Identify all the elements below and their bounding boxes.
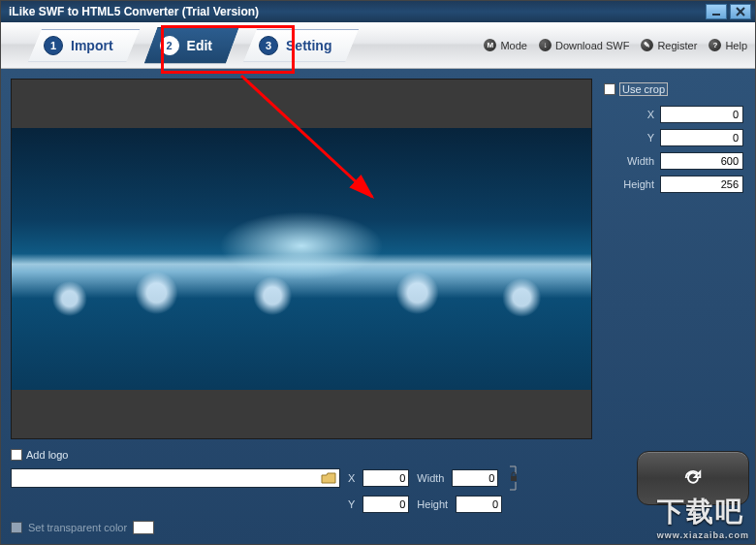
tab-setting[interactable]: 3 Setting bbox=[243, 29, 359, 62]
content-area: Use crop X Y Width Height bbox=[1, 69, 755, 544]
close-button[interactable] bbox=[730, 4, 751, 19]
tab-number-icon: 1 bbox=[44, 36, 63, 55]
action-button[interactable] bbox=[637, 451, 749, 505]
toolbar: 1 Import 2 Edit 3 Setting M Mode ↓ Downl… bbox=[1, 22, 755, 69]
crop-height-input[interactable] bbox=[660, 176, 743, 193]
logo-height-input[interactable] bbox=[456, 496, 502, 513]
tab-label: Edit bbox=[187, 38, 212, 53]
logo-path-input[interactable] bbox=[11, 468, 340, 488]
crop-y-input[interactable] bbox=[660, 129, 743, 146]
logo-height-label: Height bbox=[417, 498, 448, 510]
help-label: Help bbox=[725, 40, 747, 51]
tab-number-icon: 2 bbox=[160, 36, 179, 55]
add-logo-checkbox[interactable] bbox=[11, 449, 22, 461]
minimize-button[interactable] bbox=[706, 4, 727, 19]
mode-label: Mode bbox=[500, 40, 527, 51]
logo-width-label: Width bbox=[417, 472, 444, 484]
help-link[interactable]: ? Help bbox=[709, 39, 747, 51]
transparent-color-swatch[interactable] bbox=[133, 521, 154, 534]
logo-x-input[interactable] bbox=[362, 469, 409, 487]
crop-x-input[interactable] bbox=[660, 106, 743, 123]
logo-width-input[interactable] bbox=[452, 469, 498, 487]
toolbar-links: M Mode ↓ Download SWF ✎ Register ? Help bbox=[484, 39, 747, 51]
register-icon: ✎ bbox=[641, 39, 653, 51]
refresh-icon bbox=[682, 467, 704, 489]
title-bar: iLike SWF to HTML5 Converter (Trial Vers… bbox=[1, 1, 755, 22]
use-crop-label: Use crop bbox=[619, 82, 668, 96]
logo-x-label: X bbox=[348, 472, 355, 484]
close-icon bbox=[736, 7, 745, 16]
register-link[interactable]: ✎ Register bbox=[641, 39, 697, 51]
crop-x-label: X bbox=[615, 109, 654, 120]
logo-panel: Add logo X Width bbox=[11, 449, 745, 534]
aspect-lock-icon[interactable] bbox=[508, 465, 520, 492]
tab-number-icon: 3 bbox=[259, 36, 278, 55]
download-label: Download SWF bbox=[555, 40, 629, 51]
mode-link[interactable]: M Mode bbox=[484, 39, 527, 51]
tab-label: Setting bbox=[286, 38, 331, 53]
crop-width-label: Width bbox=[615, 155, 654, 167]
download-icon: ↓ bbox=[539, 39, 551, 51]
transparent-color-checkbox[interactable] bbox=[11, 522, 22, 533]
logo-y-label: Y bbox=[348, 498, 355, 510]
mode-icon: M bbox=[484, 39, 496, 51]
help-icon: ? bbox=[709, 39, 721, 51]
register-label: Register bbox=[657, 40, 697, 51]
crop-panel: Use crop X Y Width Height bbox=[602, 79, 745, 439]
transparent-color-label: Set transparent color bbox=[28, 522, 127, 533]
tab-import[interactable]: 1 Import bbox=[28, 29, 141, 62]
window-title: iLike SWF to HTML5 Converter (Trial Vers… bbox=[9, 5, 259, 18]
window-controls bbox=[706, 4, 751, 19]
tab-label: Import bbox=[71, 38, 113, 53]
svg-rect-3 bbox=[511, 476, 517, 481]
preview-pane[interactable] bbox=[11, 79, 592, 439]
crop-height-label: Height bbox=[615, 178, 654, 190]
preview-image bbox=[12, 128, 591, 390]
crop-width-input[interactable] bbox=[660, 152, 743, 170]
tab-edit[interactable]: 2 Edit bbox=[144, 27, 239, 64]
logo-y-input[interactable] bbox=[362, 496, 409, 513]
crop-y-label: Y bbox=[615, 132, 654, 144]
use-crop-checkbox[interactable] bbox=[604, 83, 615, 95]
browse-icon[interactable] bbox=[320, 470, 337, 486]
add-logo-label: Add logo bbox=[26, 449, 68, 461]
download-swf-link[interactable]: ↓ Download SWF bbox=[539, 39, 629, 51]
minimize-icon bbox=[711, 7, 721, 16]
